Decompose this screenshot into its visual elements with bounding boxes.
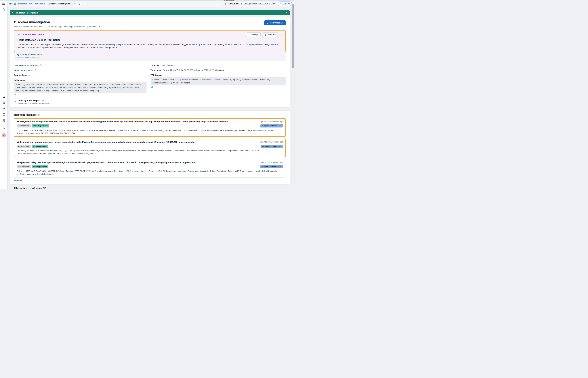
importance-badge: 90% Importance — [32, 165, 48, 168]
hypothesis-updated: Updated a few seconds ago — [17, 57, 282, 59]
finding-updated: Updated a few seconds ago — [260, 141, 283, 143]
primary-hypothesis-box: PRIMARY HYPOTHESIS Accept — [14, 30, 286, 52]
chevron-right-icon[interactable] — [280, 33, 282, 36]
supports-hypotheses-badge: Supports 2 Hypotheses — [260, 124, 283, 127]
apps-icon[interactable] — [2, 101, 5, 104]
ai-generated-badge: AI Generated — [17, 165, 31, 168]
initial-goal-code: Identify the root cause of widespread hi… — [14, 82, 147, 94]
show-all-link[interactable]: Show all — [14, 179, 22, 182]
data-source-label: Data source: — [14, 64, 26, 67]
finding-item[interactable]: The payment delay cascades upstream thro… — [14, 159, 286, 178]
copy-icon[interactable] — [34, 69, 36, 71]
finding-title: Widespread high latency across services … — [17, 141, 260, 144]
home-icon[interactable] — [2, 95, 5, 98]
page-subtitle: The most likely root cause based on curr… — [14, 25, 62, 28]
dev-console-icon[interactable] — [2, 113, 5, 116]
supports-hypotheses-badge: Supports 2 Hypotheses — [260, 165, 283, 168]
info-icon[interactable] — [2, 126, 5, 129]
ai-generated-badge: AI Generated — [17, 124, 31, 127]
investigation-steps-toggle[interactable]: Investigation Steps (17) Total Duration … — [14, 99, 286, 105]
accept-label: Accept — [252, 33, 258, 36]
accept-button[interactable]: Accept — [246, 32, 261, 37]
close-icon[interactable] — [285, 12, 288, 14]
finding-body: Full trace d536eeaf9c0ce4734f361a0c3211e… — [17, 170, 283, 176]
rule-out-button[interactable]: Rule out — [262, 32, 278, 37]
evidence-check-icon — [17, 54, 19, 56]
page-scrollbar — [292, 4, 294, 188]
left-sidebar: t — [0, 0, 8, 189]
user-avatar[interactable]: t — [2, 133, 6, 137]
notebook-binoculars-icon — [13, 2, 16, 5]
circle-x-icon — [264, 34, 267, 36]
page-header: integration_test / Notebooks / Discover … — [7, 0, 294, 7]
chevron-right-icon — [14, 100, 16, 103]
finding-item[interactable]: Widespread high latency across services … — [14, 139, 286, 157]
copy-icon[interactable] — [40, 64, 42, 66]
evidence-strength: Strong evidence • 95% — [20, 54, 42, 56]
edit-pencil-icon[interactable] — [73, 2, 77, 6]
browser-top-strip — [0, 0, 294, 0]
alternative-hypotheses-heading: Alternative hypotheses (2) — [13, 187, 46, 189]
importance-badge: 95% Importance — [32, 145, 48, 148]
main-area: integration_test / Notebooks / Discover … — [7, 0, 294, 189]
relevant-findings-heading: Relevant findings (4) — [14, 113, 286, 116]
meta-right-column: Time field: startTimeMillis Time range: … — [151, 64, 286, 97]
feedback-question: How helpful were these hypotheses? — [64, 25, 98, 28]
ask-ai-button[interactable]: Ask AI — [278, 1, 292, 6]
ppl-query-label: PPL Query: — [151, 74, 162, 77]
finding-title: The payment delay cascades upstream thro… — [17, 161, 260, 164]
check-circle-icon — [12, 12, 15, 14]
hypothesis-title: Fraud Detection Sleep is Root Cause — [17, 39, 282, 41]
finding-item[interactable]: The PaymentService logs reveal the root … — [14, 118, 286, 137]
delete-trash-icon[interactable] — [77, 2, 82, 6]
finding-body: Log correlation for trace ada7bb45e94b04… — [17, 129, 283, 135]
breadcrumb-project[interactable]: integration_test — [18, 3, 32, 5]
breadcrumb-current-page: Discover investigation — [49, 3, 71, 5]
investigation-steps-title: Investigation Steps (17) — [18, 99, 49, 102]
data-source-chip[interactable]: DATA SOURCE olly3-public — [222, 1, 242, 6]
data-source-value: olly3-public — [228, 3, 239, 5]
chevron-down-icon — [10, 187, 12, 189]
copy-icon[interactable] — [151, 86, 153, 88]
index-link[interactable]: jaeger-span* — [21, 69, 33, 72]
sparkles-icon — [280, 3, 282, 5]
hypothesis-sparkle-icon — [17, 33, 21, 36]
clock-icon — [163, 69, 165, 71]
index-label: Index: — [14, 69, 20, 72]
investigation-completed-banner: Investigation completed — [10, 10, 290, 15]
copy-icon[interactable] — [14, 94, 17, 96]
investigation-steps-duration: Total Duration (6 minutes 45 seconds) — [18, 102, 49, 105]
hypothesis-body: The paymentservice contains application-… — [17, 43, 282, 49]
breadcrumb-separator: / — [33, 3, 34, 5]
thumbs-up-icon[interactable] — [99, 26, 101, 27]
finding-updated: Updated a few seconds ago — [260, 161, 283, 163]
reinvestigate-button[interactable]: Reinvestigate — [264, 20, 286, 25]
meta-left-column: Data source: olly3-public Index: jaeger-… — [14, 64, 147, 97]
menu-icon[interactable] — [2, 3, 5, 5]
breadcrumb-separator: / — [47, 3, 47, 5]
scrollbar-thumb[interactable] — [292, 4, 294, 68]
search-icon[interactable] — [2, 8, 5, 11]
time-field-value: startTimeMillis — [161, 64, 175, 67]
alternative-hypotheses-toggle[interactable]: Alternative hypotheses (2) — [10, 187, 290, 189]
recent-history-icon[interactable] — [9, 2, 12, 5]
notebook-actions — [72, 1, 82, 6]
refresh-icon — [266, 22, 269, 24]
add-panel-icon[interactable] — [2, 119, 5, 122]
relevant-findings-card: Relevant findings (4) The PaymentService… — [10, 110, 290, 184]
ask-ai-label: Ask AI — [283, 3, 290, 5]
thumbs-down-icon[interactable] — [102, 26, 105, 27]
time-range-label: Time range: — [151, 69, 162, 72]
finding-updated: Updated a few seconds ago — [260, 120, 283, 122]
source-label: Source: — [14, 74, 22, 77]
database-icon — [224, 2, 227, 5]
finding-body: PPL query returned 100+ spans with durat… — [17, 149, 283, 155]
investigation-card: Discover investigation Reinvestigate The… — [10, 17, 290, 108]
data-source-link[interactable]: olly3-public — [27, 64, 39, 67]
page-title: Discover investigation — [14, 20, 50, 24]
importance-badge: 100% Importance — [32, 124, 49, 127]
breadcrumb-notebooks[interactable]: Notebooks — [35, 3, 45, 5]
settings-gear-icon[interactable] — [2, 107, 5, 110]
ppl-query-code: source=`jaeger-span-*` | where duration … — [151, 77, 286, 85]
supports-hypotheses-badge: Supports 1 Hypothesis — [261, 145, 283, 148]
